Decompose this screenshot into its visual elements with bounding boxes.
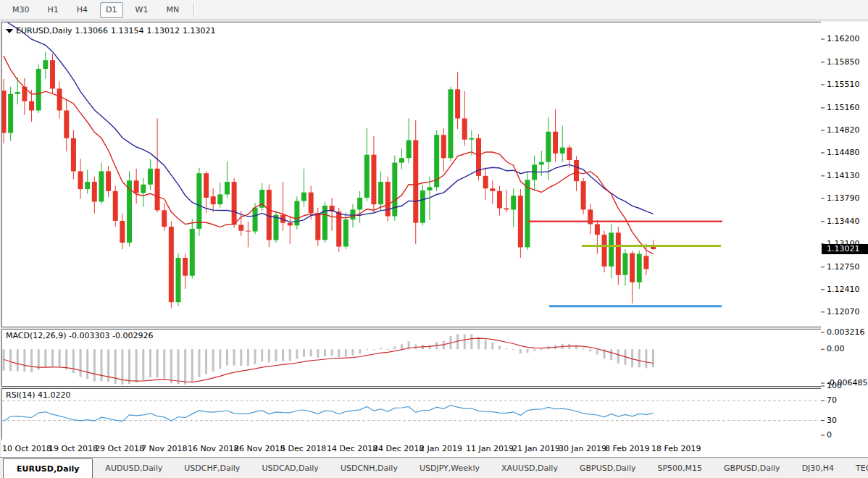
chart-tab-xauusd-daily[interactable]: XAUUSD,Daily: [491, 458, 569, 478]
chart-tab-gbpusd-daily[interactable]: GBPUSD,Daily: [713, 458, 791, 478]
date-axis-label: 26 Nov 2018: [234, 444, 285, 453]
price-axis-label: 1.14480: [827, 148, 860, 157]
macd-values: -0.003303 -0.002926: [69, 331, 153, 340]
timeframe-button-h1[interactable]: H1: [42, 2, 64, 18]
chart-tab-audusd-daily[interactable]: AUDUSD,Daily: [94, 458, 173, 478]
chart-tab-sp500-m15[interactable]: SP500,M15: [646, 458, 713, 478]
date-axis-label: 24 Dec 2018: [373, 444, 424, 453]
price-axis-label: 1.15160: [827, 103, 860, 112]
chart-tab-eurusd-daily[interactable]: EURUSD,Daily: [3, 458, 93, 478]
price-axis-label: 1.12410: [827, 285, 860, 294]
price-chart-panel[interactable]: [1, 22, 822, 327]
ohlc-open: 1.13066: [75, 26, 108, 35]
timeframe-button-d1[interactable]: D1: [100, 2, 122, 18]
timeframe-button-h4[interactable]: H4: [71, 2, 93, 18]
ohlc-high: 1.13154: [111, 26, 144, 35]
chart-tab-tech100-[interactable]: TECH100,: [845, 458, 868, 478]
price-axis-label: 1.12750: [827, 262, 860, 272]
timeframe-button-m30[interactable]: M30: [7, 2, 36, 18]
macd-label: MACD(12,26,9) -0.003303 -0.002926: [6, 331, 153, 340]
macd-axis-label: 0.00: [827, 344, 845, 353]
chart-tabs-bar: EURUSD,DailyAUDUSD,DailyUSDCHF,DailyUSDC…: [0, 457, 868, 478]
rsi-axis-label: 30: [827, 416, 837, 425]
date-axis-label: 14 Dec 2018: [327, 444, 377, 453]
rsi-label: RSI(14) 41.0220: [6, 390, 70, 400]
chart-title: EURUSD,Daily1.130661.131541.130121.13021: [6, 26, 218, 35]
timeframe-toolbar: M30H1H4D1W1MN: [0, 0, 868, 20]
rsi-value: 41.0220: [38, 390, 71, 400]
toolbar-separator: [193, 3, 195, 17]
symbol-dropdown-icon[interactable]: [6, 29, 13, 33]
rsi-axis-label: 70: [827, 395, 837, 405]
chart-tab-dj30-h4[interactable]: DJ30,H4: [791, 458, 845, 478]
chart-tab-usdcad-daily[interactable]: USDCAD,Daily: [251, 458, 330, 478]
price-axis-label: 1.15850: [827, 57, 860, 67]
timeframe-button-mn[interactable]: MN: [160, 2, 185, 18]
date-axis-label: 18 Feb 2019: [651, 444, 701, 453]
date-axis-label: 2 Jan 2019: [420, 444, 462, 453]
rsi-axis-label: 100: [827, 381, 842, 390]
current-price-value: 1.13021: [827, 244, 860, 253]
date-axis-label: 19 Oct 2018: [49, 444, 98, 453]
date-axis-label: 8 Feb 2019: [605, 444, 649, 453]
price-axis-label: 1.14130: [827, 171, 860, 180]
chart-tab-usdchf-daily[interactable]: USDCHF,Daily: [173, 458, 251, 478]
rsi-axis-label: 0: [827, 430, 832, 440]
date-axis-label: 11 Jan 2019: [466, 444, 514, 453]
macd-axis-label: 0.003216: [827, 327, 865, 337]
price-axis-label: 1.14820: [827, 125, 860, 135]
price-axis-label: 1.15510: [827, 80, 860, 89]
date-axis-label: 21 Jan 2019: [512, 444, 560, 453]
date-axis-label: 7 Nov 2018: [141, 444, 187, 453]
chart-tab-usdcnh-daily[interactable]: USDCNH,Daily: [330, 458, 409, 478]
terminal-window: M30H1H4D1W1MN EURUSD,Daily1.130661.13154…: [0, 0, 868, 478]
date-axis-label: 16 Nov 2018: [188, 444, 238, 453]
date-axis-label: 10 Oct 2018: [2, 444, 51, 453]
ohlc-close: 1.13021: [183, 26, 216, 35]
chart-symbol-label: EURUSD,Daily: [16, 26, 72, 35]
price-axis-label: 1.16200: [827, 34, 860, 43]
current-price-box: 1.13021: [822, 244, 868, 254]
chart-tab-usdjpy-weekly[interactable]: USDJPY,Weekly: [409, 458, 491, 478]
chart-tab-gbpusd-daily[interactable]: GBPUSD,Daily: [569, 458, 647, 478]
timeframe-button-w1[interactable]: W1: [130, 2, 154, 18]
rsi-name: RSI(14): [6, 390, 35, 400]
ohlc-low: 1.13012: [146, 26, 180, 35]
date-axis-label: 29 Oct 2018: [95, 444, 144, 453]
rsi-indicator-panel[interactable]: [1, 388, 822, 440]
date-axis-label: 5 Dec 2018: [280, 444, 326, 453]
macd-name: MACD(12,26,9): [6, 331, 67, 340]
price-axis-label: 1.12070: [827, 307, 860, 316]
date-axis-label: 30 Jan 2019: [559, 444, 606, 453]
price-axis-label: 1.13440: [827, 217, 860, 226]
price-axis-label: 1.13790: [827, 193, 860, 203]
